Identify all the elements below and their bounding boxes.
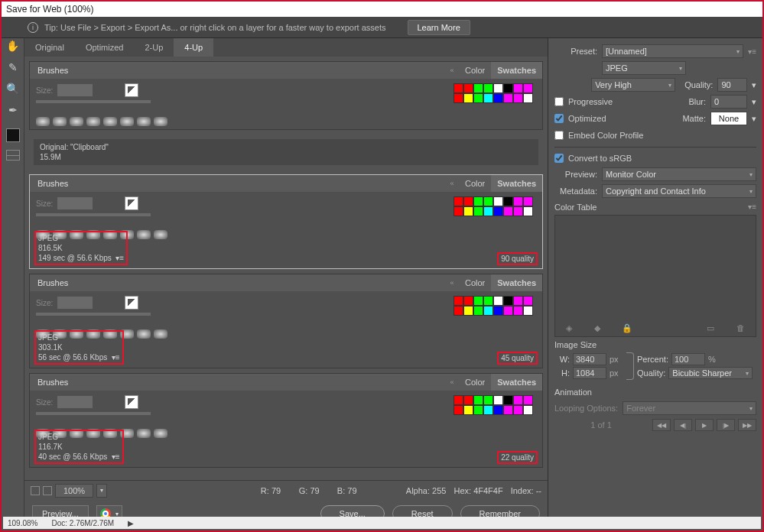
swatches-grid xyxy=(454,83,536,103)
zoom-tool-icon[interactable]: 🔍 xyxy=(5,81,21,96)
ct-trash-icon[interactable]: 🗑 xyxy=(736,323,745,333)
ct-tool-icon[interactable]: ◈ xyxy=(566,323,572,333)
anim-play-icon: ▶ xyxy=(695,419,714,431)
pane1-stats: JPEG816.5K149 sec @ 56.6 Kbps ▾≡ xyxy=(34,231,128,265)
readout-bar: 100% ▾ R: 79 G: 79 B: 79 Alpha: 255 Hex:… xyxy=(24,480,548,500)
tab-4up[interactable]: 4-Up xyxy=(174,38,213,57)
zoom-select[interactable]: 100% xyxy=(55,484,93,498)
percent-field[interactable]: 100 xyxy=(671,353,705,365)
preview-pane-original[interactable]: Brushes « Color Swatches Size: xyxy=(29,61,543,130)
collapse-icon[interactable]: « xyxy=(445,66,459,74)
edit-brush-icon xyxy=(125,395,138,409)
color-panel-label: Color xyxy=(459,175,491,192)
progressive-checkbox[interactable] xyxy=(554,97,564,106)
matte-label: Matte: xyxy=(682,114,706,123)
window-title: Save for Web (100%) xyxy=(2,2,762,17)
pane3-quality-badge: 22 quality xyxy=(497,451,538,464)
anim-last-icon: ▶▶ xyxy=(738,419,756,431)
pane2-stats: JPEG303.1K56 sec @ 56.6 Kbps ▾≡ xyxy=(34,330,124,365)
sample-color-swatch[interactable] xyxy=(6,128,20,142)
tool-strip: ✋ ✎ 🔍 ✒ xyxy=(2,38,24,527)
pane2-quality-badge: 45 quality xyxy=(497,352,538,365)
blur-label: Blur: xyxy=(688,97,706,106)
edit-brush-icon xyxy=(125,83,138,97)
tab-2up[interactable]: 2-Up xyxy=(134,38,174,57)
original-info: Original: "Clipboard" 15.9M xyxy=(34,139,538,165)
blur-field[interactable]: 0 xyxy=(710,95,747,109)
width-field[interactable]: 3840 xyxy=(573,353,606,365)
collapse-icon[interactable]: « xyxy=(445,180,459,187)
preset-flyout-icon[interactable]: ▾≡ xyxy=(748,47,756,56)
convert-srgb-checkbox[interactable] xyxy=(554,154,564,163)
resample-select[interactable]: Bicubic Sharper▾ xyxy=(668,367,753,379)
checkbox-a[interactable] xyxy=(31,486,40,495)
settings-panel: Preset: [Unnamed]▾ ▾≡ JPEG▾ Very High▾ Q… xyxy=(548,38,762,527)
frame-indicator: 1 of 1 xyxy=(554,420,648,430)
quality-label: Quality: xyxy=(684,80,713,89)
brushes-panel-title: Brushes xyxy=(30,66,76,75)
status-bar: 109.08% Doc: 2.76M/2.76M ▶ xyxy=(3,517,761,529)
brushes-panel-title: Brushes xyxy=(30,179,76,188)
anim-first-icon: ◀◀ xyxy=(652,419,671,431)
size-field xyxy=(57,84,93,96)
edit-brush-icon xyxy=(125,296,138,310)
quality-field[interactable]: 90 xyxy=(717,78,747,92)
color-table-flyout-icon[interactable]: ▾≡ xyxy=(748,203,756,212)
status-zoom: 109.08% xyxy=(8,519,37,527)
link-dimensions-icon[interactable] xyxy=(626,352,634,380)
ct-tool-icon[interactable]: 🔒 xyxy=(622,323,632,333)
checkbox-b[interactable] xyxy=(43,486,52,495)
matte-select[interactable]: None xyxy=(710,112,747,125)
edit-brush-icon xyxy=(125,196,138,210)
tip-bar: i Tip: Use File > Export > Export As... … xyxy=(2,17,762,38)
metadata-select[interactable]: Copyright and Contact Info▾ xyxy=(602,184,756,198)
eyedropper-tool-icon[interactable]: ✒ xyxy=(5,102,21,118)
preview-pane-2[interactable]: Brushes « Color Swatches Size: JPEG303.1 xyxy=(29,274,543,368)
format-select[interactable]: JPEG▾ xyxy=(602,61,686,75)
hand-tool-icon[interactable]: ✋ xyxy=(5,38,21,54)
preview-select[interactable]: Monitor Color▾ xyxy=(602,167,756,181)
preview-pane-3[interactable]: Brushes « Color Swatches Size: JPEG116.7 xyxy=(29,373,543,468)
size-label: Size: xyxy=(36,86,53,95)
tip-text: Tip: Use File > Export > Export As... or… xyxy=(44,23,386,32)
pane1-quality-badge: 90 quality xyxy=(497,252,538,265)
anim-next-icon: |▶ xyxy=(717,419,735,431)
slice-tool-icon[interactable]: ✎ xyxy=(5,60,21,75)
zoom-chevron-icon[interactable]: ▾ xyxy=(96,484,107,498)
learn-more-button[interactable]: Learn More xyxy=(408,20,470,35)
preset-select[interactable]: [Unnamed]▾ xyxy=(602,44,743,58)
color-panel-label: Color xyxy=(459,62,491,79)
color-table: ◈◆🔒 ▭🗑 xyxy=(554,215,756,337)
tab-optimized[interactable]: Optimized xyxy=(75,38,135,57)
embed-profile-checkbox[interactable] xyxy=(554,131,564,140)
info-icon: i xyxy=(28,22,38,33)
quality-preset-select[interactable]: Very High▾ xyxy=(591,78,675,92)
pane3-stats: JPEG116.7K40 sec @ 56.6 Kbps ▾≡ xyxy=(34,430,124,464)
size-slider xyxy=(36,100,151,103)
tab-original[interactable]: Original xyxy=(24,38,75,57)
toggle-slices-icon[interactable] xyxy=(6,150,20,161)
view-tabs: Original Optimized 2-Up 4-Up xyxy=(24,38,548,57)
optimized-checkbox[interactable] xyxy=(554,114,564,123)
looping-select: Forever▾ xyxy=(623,401,756,415)
color-table-title: Color Table xyxy=(554,203,597,212)
preset-label: Preset: xyxy=(554,47,597,56)
ct-tool-icon[interactable]: ◆ xyxy=(594,323,600,333)
swatches-panel-label: Swatches xyxy=(491,175,542,192)
animation-title: Animation xyxy=(554,388,592,397)
image-size-title: Image Size xyxy=(554,340,597,349)
anim-prev-icon: ◀| xyxy=(674,419,692,431)
ct-new-icon[interactable]: ▭ xyxy=(707,323,714,333)
preview-pane-1[interactable]: Brushes « Color Swatches Size: JPEG816.5 xyxy=(29,174,543,269)
swatches-panel-label: Swatches xyxy=(491,62,542,79)
height-field[interactable]: 1084 xyxy=(573,367,606,379)
